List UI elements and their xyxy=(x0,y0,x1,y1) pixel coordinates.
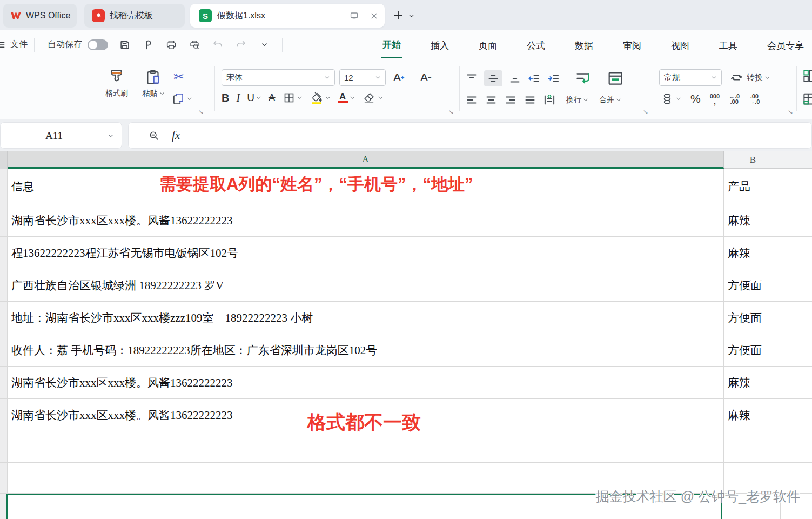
name-box[interactable]: A11 xyxy=(0,122,122,149)
save-icon[interactable] xyxy=(118,38,132,52)
column-header-a[interactable]: A xyxy=(8,151,724,169)
font-dialog-launcher-icon[interactable]: ↘ xyxy=(448,108,454,116)
row-header-stub[interactable] xyxy=(0,367,8,398)
currency-style-button[interactable] xyxy=(660,92,681,106)
distributed-align-button[interactable] xyxy=(542,92,556,108)
more-commands-chevron-icon[interactable] xyxy=(257,38,271,52)
row-header-stub[interactable] xyxy=(0,204,8,236)
cell-a10[interactable] xyxy=(8,463,724,493)
bold-button[interactable]: B xyxy=(222,92,229,104)
new-tab-icon[interactable] xyxy=(392,9,404,21)
cell-a7[interactable]: 湖南省长沙市xxx区xxx楼。风酱13622222223 xyxy=(8,367,724,398)
align-justify-button[interactable] xyxy=(523,92,537,108)
decrease-indent-button[interactable] xyxy=(527,70,541,86)
row-header-stub[interactable] xyxy=(0,269,8,301)
cell-b9[interactable] xyxy=(724,431,782,462)
increase-indent-button[interactable] xyxy=(547,70,561,86)
align-left-button[interactable] xyxy=(465,92,479,108)
cell-c7[interactable] xyxy=(782,367,812,398)
row-header-stub[interactable] xyxy=(0,399,8,431)
tab-home[interactable]: 开始 xyxy=(381,31,402,58)
increase-decimal-button[interactable]: .00→.0 xyxy=(749,94,760,104)
cell-a9[interactable] xyxy=(8,431,724,462)
cell-a5[interactable]: 地址：湖南省长沙市xxx区xxx楼zzz109室 18922222223 小树 xyxy=(8,302,724,334)
align-right-button[interactable] xyxy=(504,92,518,108)
cell-c9[interactable] xyxy=(782,431,812,462)
insert-function-icon[interactable]: fx xyxy=(172,129,180,142)
align-middle-button[interactable] xyxy=(484,70,502,86)
cell-a1[interactable]: 信息 xyxy=(8,169,724,204)
cell-b4[interactable]: 方便面 xyxy=(724,269,782,301)
merge-cells-button[interactable]: 合并 xyxy=(599,95,621,105)
row-header-stub[interactable] xyxy=(0,237,8,269)
cell-b2[interactable]: 麻辣 xyxy=(724,204,782,236)
font-size-select[interactable]: 12 xyxy=(339,69,386,86)
cell-b10[interactable] xyxy=(724,463,782,493)
cell-b8[interactable]: 麻辣 xyxy=(724,399,782,431)
share-to-screen-icon[interactable] xyxy=(349,11,359,21)
cell-c8[interactable] xyxy=(782,399,812,431)
decrease-font-size-button[interactable]: A− xyxy=(420,69,431,85)
wrap-text-icon-button[interactable] xyxy=(574,70,592,86)
align-center-button[interactable] xyxy=(484,92,498,108)
copy-button[interactable] xyxy=(171,92,192,106)
align-top-button[interactable] xyxy=(465,70,479,86)
cell-b5[interactable]: 方便面 xyxy=(724,302,782,334)
cell-c10[interactable] xyxy=(782,463,812,493)
zoom-search-icon[interactable] xyxy=(148,130,160,142)
clear-format-button[interactable] xyxy=(362,91,383,105)
tab-data[interactable]: 数据 xyxy=(574,32,594,58)
font-name-select[interactable]: 宋体 xyxy=(222,69,335,86)
tab-tools[interactable]: 工具 xyxy=(718,32,739,58)
cell-c5[interactable] xyxy=(782,302,812,334)
cell-c2[interactable] xyxy=(782,204,812,236)
convert-button[interactable]: 转换 xyxy=(729,70,770,85)
column-header-b[interactable]: B xyxy=(724,151,782,169)
formula-input-panel[interactable]: fx xyxy=(128,122,812,149)
wrap-text-button[interactable]: 换行 xyxy=(566,95,588,105)
number-format-select[interactable]: 常规 xyxy=(659,69,722,86)
cut-button[interactable]: ✂ xyxy=(173,69,184,84)
font-color-button[interactable]: A xyxy=(338,92,355,103)
cell-c3[interactable] xyxy=(782,237,812,269)
cell-b7[interactable]: 麻辣 xyxy=(724,367,782,398)
decrease-decimal-button[interactable]: ←.0.00 xyxy=(729,94,740,104)
cell-a11-selected[interactable] xyxy=(6,494,722,519)
new-tab-chevron-icon[interactable] xyxy=(408,13,414,19)
cell-c1[interactable] xyxy=(782,169,812,204)
tab-document[interactable]: S 假数据1.xlsx xyxy=(190,4,385,28)
borders-button[interactable] xyxy=(283,91,303,104)
alignment-dialog-launcher-icon[interactable]: ↘ xyxy=(643,108,648,116)
tab-insert[interactable]: 插入 xyxy=(430,32,450,58)
underline-button[interactable]: U xyxy=(247,92,261,104)
increase-font-size-button[interactable]: A+ xyxy=(393,69,404,85)
cell-a3[interactable]: 程13622222223程江苏省无锡市电饭锅区102号 xyxy=(8,237,724,269)
cell-b3[interactable]: 麻辣 xyxy=(724,237,782,269)
close-tab-icon[interactable] xyxy=(370,12,378,20)
print-icon[interactable] xyxy=(164,38,178,52)
tab-docer-templates[interactable]: 找稻壳模板 xyxy=(84,4,185,28)
row-header-stub[interactable] xyxy=(0,302,8,334)
thousands-separator-button[interactable]: 000, xyxy=(710,94,720,104)
align-bottom-button[interactable] xyxy=(508,70,522,86)
tab-formula[interactable]: 公式 xyxy=(526,32,546,58)
percent-style-button[interactable]: % xyxy=(690,92,701,105)
tab-wps-home[interactable]: WPS Office xyxy=(3,4,77,28)
cell-a6[interactable]: 收件人：荔 手机号码：18922222223所在地区：广东省深圳市龙岗区102号 xyxy=(8,334,724,366)
cell-c4[interactable] xyxy=(782,269,812,301)
tab-page[interactable]: 页面 xyxy=(478,32,498,58)
column-header-c-partial[interactable] xyxy=(782,151,812,169)
undo-icon[interactable] xyxy=(211,38,225,52)
clipboard-dialog-launcher-icon[interactable]: ↘ xyxy=(198,108,204,116)
autosave-toggle[interactable] xyxy=(88,39,108,50)
freeze-panes-icon[interactable] xyxy=(802,68,812,84)
select-all-corner[interactable] xyxy=(0,151,8,169)
number-dialog-launcher-icon[interactable]: ↘ xyxy=(788,108,793,116)
cell-c11[interactable] xyxy=(781,494,812,519)
cell-b11[interactable] xyxy=(722,494,781,519)
export-pdf-icon[interactable] xyxy=(141,38,155,52)
row-header-stub[interactable] xyxy=(0,169,8,204)
tab-review[interactable]: 审阅 xyxy=(622,32,642,58)
paste-button[interactable]: 粘贴 xyxy=(136,68,171,98)
fill-color-button[interactable] xyxy=(310,91,331,105)
